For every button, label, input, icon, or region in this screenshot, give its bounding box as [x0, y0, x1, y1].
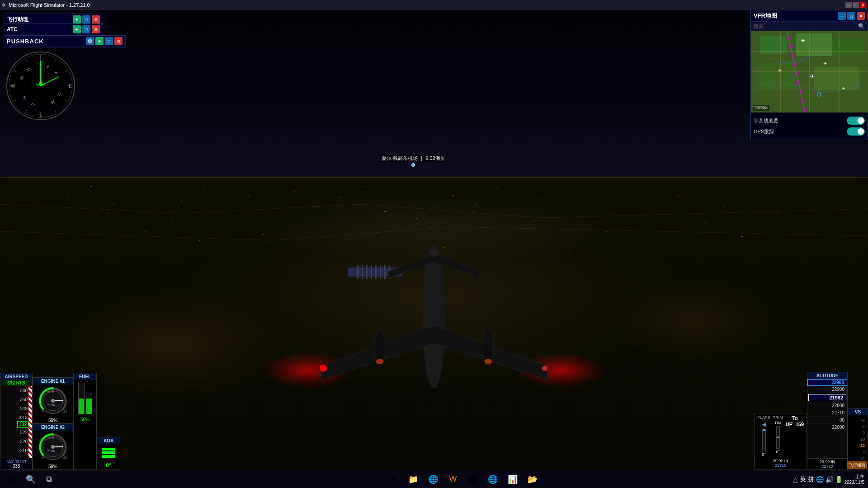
- svg-rect-34: [235, 225, 236, 225]
- up-label: UP -159: [786, 422, 804, 427]
- taskbar-file-explorer[interactable]: 📁: [405, 471, 421, 488]
- vfr-map-svg: ✈ ✈ ✈ ✈ ✈: [751, 31, 868, 113]
- svg-rect-24: [678, 195, 679, 196]
- taskbar-browser2[interactable]: 🌐: [485, 471, 501, 488]
- taskview-icon: ⧉: [46, 474, 52, 484]
- alt-22600: 22600: [807, 424, 847, 431]
- pushback-expand-button[interactable]: □: [105, 37, 113, 45]
- svg-line-57: [0, 231, 271, 240]
- pushback-title: PUSHBACK: [7, 38, 44, 45]
- taskbar-app1[interactable]: 📊: [505, 471, 521, 488]
- flight-view: 夏尔·戴高乐机场 ｜ 9.02海里: [0, 10, 868, 488]
- taskbar-chrome[interactable]: ⬤: [465, 471, 481, 488]
- flight-assistant-expand-button[interactable]: □: [82, 15, 90, 23]
- browser2-icon: 🌐: [488, 474, 498, 484]
- taskbar-taskview[interactable]: ⧉: [40, 470, 58, 488]
- fuel-fill-1: [79, 399, 84, 414]
- windows-logo: ⊞: [390, 474, 397, 484]
- engine2-panel: ENGINE #2 0 110 LVR 50% 59%: [33, 424, 73, 470]
- flaps-column: FLAPS ◄ 0°: [757, 415, 770, 457]
- wps-icon: W: [449, 474, 457, 484]
- search-icon[interactable]: 🔍: [858, 23, 865, 29]
- trim-value: 0°: [776, 450, 780, 454]
- as-current-box: 332: [17, 421, 28, 428]
- fuel-header: FUEL: [74, 373, 96, 380]
- vfr-search-bar[interactable]: 🔍: [751, 22, 868, 31]
- fuel-bar-1: [78, 383, 85, 414]
- app1-icon: 📊: [508, 474, 518, 484]
- taskbar-edge[interactable]: 🌐: [425, 471, 441, 488]
- vs-neg6-top: -6: [849, 417, 867, 423]
- maximize-button[interactable]: □: [853, 2, 859, 8]
- svg-rect-4: [136, 193, 137, 193]
- vs-header: VS: [848, 408, 868, 415]
- svg-rect-47: [642, 216, 643, 216]
- svg-rect-21: [542, 197, 543, 198]
- atc-expand-button[interactable]: □: [82, 25, 90, 33]
- svg-rect-107: [760, 36, 787, 54]
- titlebar-title: ✈ Microsoft Flight Simulator - 1.27.21.0: [2, 2, 90, 8]
- svg-point-76: [485, 359, 492, 364]
- aoa-value: 0°: [97, 461, 120, 469]
- close-button[interactable]: ✕: [860, 2, 866, 8]
- tray-icon-1[interactable]: △: [793, 476, 798, 483]
- atc-close-button[interactable]: ✕: [92, 25, 100, 33]
- altitude-baro: 29.92 IN 22710: [807, 458, 847, 469]
- minimize-button[interactable]: —: [845, 2, 852, 8]
- language-indicator[interactable]: 英: [800, 475, 806, 483]
- svg-rect-27: [814, 200, 815, 200]
- atc-add-button[interactable]: +: [73, 25, 81, 33]
- vfr-map-canvas: ✈ ✈ ✈ ✈ ✈ 200NM: [751, 31, 868, 113]
- input-indicator[interactable]: 拼: [808, 475, 814, 483]
- svg-line-54: [181, 204, 362, 213]
- vfr-gps-toggle[interactable]: [847, 127, 865, 136]
- volume-icon[interactable]: 🔊: [826, 476, 833, 483]
- altitude-tape: 22900 21982 22800 22710 00 22600: [807, 386, 847, 458]
- pushback-panel: PUSHBACK ① + □ ✕: [4, 35, 126, 47]
- pushback-info-button[interactable]: ①: [86, 37, 94, 45]
- svg-text:110: 110: [62, 456, 67, 459]
- svg-rect-20: [520, 209, 521, 209]
- flight-assistant-close-button[interactable]: ✕: [92, 15, 100, 23]
- map-aircraft-1: ✈: [801, 38, 805, 44]
- pushback-add-button[interactable]: +: [95, 37, 104, 45]
- aoa-bars: [100, 446, 117, 460]
- taskbar-search[interactable]: 🔍: [22, 470, 40, 488]
- fuel-panel: FUEL 50%: [73, 373, 97, 470]
- pushback-close-button[interactable]: ✕: [114, 37, 123, 45]
- vfr-contour-toggle[interactable]: [847, 117, 865, 125]
- airport-separator: ｜: [419, 155, 424, 161]
- svg-rect-35: [262, 234, 264, 235]
- vfr-map-window: VFR地图 — □ ✕ 🔍: [750, 10, 868, 140]
- engine1-gauge: 0 110 LVR 50%: [33, 385, 73, 418]
- flight-assistant-add-button[interactable]: +: [73, 15, 81, 23]
- vs-neg4-bot: -4: [849, 455, 867, 461]
- svg-rect-49: [705, 222, 706, 223]
- svg-rect-25: [723, 206, 724, 207]
- taskbar-windows-icon[interactable]: ⊞: [385, 471, 401, 488]
- svg-rect-2: [90, 186, 92, 187]
- network-icon[interactable]: 🌐: [816, 476, 824, 483]
- taskbar-wps[interactable]: W: [445, 471, 461, 488]
- taskbar-files[interactable]: 📂: [524, 471, 541, 488]
- start-button[interactable]: ⊞: [0, 470, 22, 488]
- barber-pole: [28, 386, 32, 458]
- svg-line-56: [542, 209, 868, 218]
- svg-rect-50: [741, 236, 743, 237]
- tray-datetime[interactable]: 上午 2022/11/5: [844, 474, 865, 485]
- flaps-label: FLAPS: [757, 415, 770, 420]
- as-322: 322: [20, 430, 28, 435]
- vfr-options: 等高线地图 GPS跟踪: [751, 113, 868, 140]
- altitude-current: 21982: [808, 394, 846, 401]
- vfr-search-input[interactable]: [754, 23, 858, 29]
- watermark: 飞行辅助: [847, 461, 867, 469]
- svg-rect-29: [81, 227, 83, 227]
- vfr-expand-button[interactable]: □: [847, 12, 855, 20]
- map-own-aircraft: ✈: [810, 73, 815, 80]
- vfr-close-button[interactable]: ✕: [857, 12, 865, 20]
- vfr-map-controls: — □ ✕: [838, 12, 865, 20]
- vfr-minimize-button[interactable]: —: [838, 12, 846, 20]
- svg-rect-9: [271, 202, 272, 202]
- compass-svg: N S W E 3 6 12 15 21 24 30 33: [5, 50, 77, 122]
- battery-icon[interactable]: 🔋: [835, 476, 843, 483]
